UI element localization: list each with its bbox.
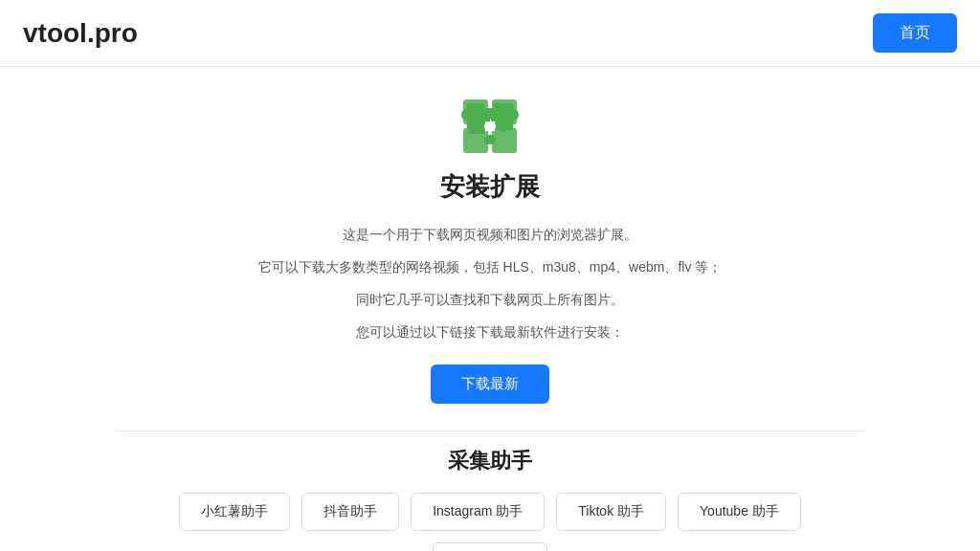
douyin-button[interactable]: 抖音助手 xyxy=(301,493,399,531)
tool-buttons-row1: 小红薯助手 抖音助手 Instagram 助手 Tiktok 助手 Youtub… xyxy=(179,493,801,531)
description-line2: 它可以下载大多数类型的网络视频，包括 HLS、m3u8、mp4、webm、flv… xyxy=(258,253,723,280)
svg-rect-8 xyxy=(485,121,495,131)
svg-rect-3 xyxy=(492,128,517,153)
site-logo: vtool.pro xyxy=(23,18,138,49)
svg-rect-0 xyxy=(463,99,488,124)
svg-rect-6 xyxy=(472,121,481,132)
download-button[interactable]: 下载最新 xyxy=(431,364,549,404)
svg-rect-7 xyxy=(499,121,508,132)
tiktok-button[interactable]: Tiktok 助手 xyxy=(556,493,666,531)
youtube-button[interactable]: Youtube 助手 xyxy=(678,493,801,531)
instagram-button[interactable]: Instagram 助手 xyxy=(411,493,545,531)
section-title: 安装扩展 xyxy=(440,170,540,204)
svg-rect-1 xyxy=(492,99,517,124)
collect-title: 采集助手 xyxy=(448,447,532,475)
puzzle-icon xyxy=(459,96,521,157)
svg-rect-5 xyxy=(484,135,496,144)
description-line3: 同时它几乎可以查找和下载网页上所有图片。 xyxy=(356,286,624,313)
description-line4: 您可以通过以下链接下载最新软件进行安装： xyxy=(356,319,624,345)
shipinhao-button[interactable]: 视频号 助手 xyxy=(433,542,547,551)
description-line1: 这是一个用于下载网页视频和图片的浏览器扩展。 xyxy=(343,221,637,248)
home-nav-button[interactable]: 首页 xyxy=(873,13,957,53)
main-content: 安装扩展 这是一个用于下载网页视频和图片的浏览器扩展。 它可以下载大多数类型的网… xyxy=(0,67,980,551)
xiaohongshu-button[interactable]: 小红薯助手 xyxy=(179,493,290,531)
section-divider xyxy=(117,430,863,431)
site-header: vtool.pro 首页 xyxy=(0,0,980,67)
svg-rect-4 xyxy=(484,108,496,118)
tool-buttons-row2: 视频号 助手 xyxy=(433,542,547,551)
svg-rect-2 xyxy=(463,128,488,153)
